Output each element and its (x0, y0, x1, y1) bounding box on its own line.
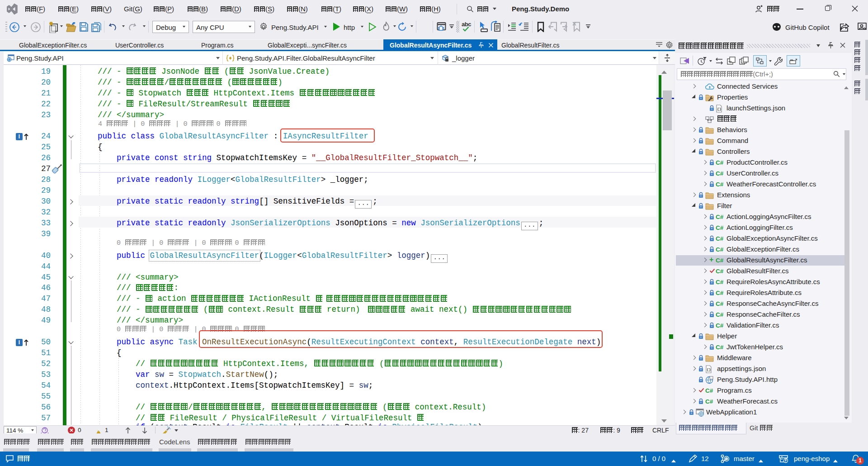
svg-text:{}: {} (707, 367, 711, 371)
svg-text:{}: {} (717, 107, 722, 111)
